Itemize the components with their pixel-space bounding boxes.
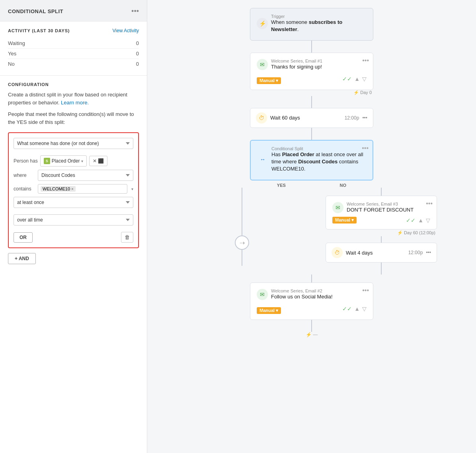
- placed-order-label: Placed Order: [52, 158, 80, 164]
- activity-header: ACTIVITY (LAST 30 DAYS) View Activity: [8, 28, 139, 33]
- yes-connector-line: [242, 188, 242, 235]
- email3-dots[interactable]: •••: [426, 200, 433, 207]
- email2-up-icon[interactable]: ▲: [354, 306, 360, 312]
- flow-container: ⚡ Trigger When someone subscribes to New…: [163, 8, 460, 337]
- trash-icon: 🗑: [125, 234, 130, 240]
- email2-actions: ✓✓ ▲ ▽: [342, 306, 367, 312]
- email1-node: ••• ✉ Welcome Series, Email #1 Thanks fo…: [250, 53, 373, 90]
- canvas: ⚡ Trigger When someone subscribes to New…: [147, 0, 476, 453]
- email3-up-icon[interactable]: ▲: [418, 217, 423, 224]
- filter-icon2: ⬛: [98, 158, 104, 164]
- email1-title: Thanks for signing up!: [271, 63, 322, 71]
- condition-type-row: What someone has done (or not done): [14, 138, 133, 152]
- email1-check-icon[interactable]: ✓✓: [342, 76, 352, 82]
- email2-dots[interactable]: •••: [362, 287, 369, 294]
- filter-icon: ✕: [93, 158, 97, 164]
- frequency-select[interactable]: at least once: [14, 197, 133, 208]
- email2-footer: Manual ▾ ✓✓ ▲ ▽: [257, 304, 367, 314]
- learn-more-link[interactable]: Learn more.: [61, 100, 89, 106]
- connector-1: [311, 41, 312, 53]
- email3-badge[interactable]: Manual ▾: [332, 217, 357, 224]
- contains-chevron[interactable]: ▾: [131, 187, 133, 191]
- email2-icon: ✉: [257, 289, 268, 300]
- email2-check-icon[interactable]: ✓✓: [342, 306, 352, 312]
- yes-below-connector: [242, 250, 242, 266]
- wait2-title: Wait 4 days: [346, 250, 373, 256]
- wait1-title: Wait 60 days: [270, 115, 300, 121]
- email1-filter-icon[interactable]: ▽: [362, 76, 367, 82]
- activity-row-no: No 0: [8, 59, 139, 69]
- timeframe-select[interactable]: over all time: [14, 214, 133, 226]
- filter-button[interactable]: ✕ ⬛: [89, 156, 107, 166]
- trigger-text-pre: When someone: [271, 19, 309, 25]
- split-dots[interactable]: •••: [362, 145, 369, 152]
- no-bottom-connector: [381, 263, 382, 275]
- where-select[interactable]: Discount Codes: [38, 170, 133, 181]
- condition-actions: OR 🗑: [14, 232, 133, 243]
- email2-node: ••• ✉ Welcome Series, Email #2 Follow us…: [250, 282, 373, 320]
- email1-label: Welcome Series, Email #1: [271, 59, 322, 63]
- connector-tail: [311, 320, 312, 332]
- wait1-dots[interactable]: •••: [362, 115, 367, 121]
- email3-icon: ✉: [332, 202, 343, 213]
- split-header: ↔ Conditional Split Has Placed Order at …: [257, 146, 366, 173]
- condition-block: What someone has done (or not done) Pers…: [8, 132, 139, 248]
- connector-2: [311, 96, 312, 108]
- activity-row-yes: Yes 0: [8, 49, 139, 59]
- wait1-node: ⏱ Wait 60 days 12:00p •••: [250, 108, 373, 128]
- wait2-time: 12:00p: [408, 250, 423, 255]
- wait2-node: ⏱ Wait 4 days 12:00p •••: [326, 243, 437, 263]
- trigger-header: ⚡ Trigger When someone subscribes to New…: [257, 14, 367, 33]
- end-indicator: ⚡ —: [306, 332, 318, 337]
- email1-dots[interactable]: •••: [362, 57, 369, 64]
- no-count: 0: [136, 61, 139, 67]
- tag-remove-icon[interactable]: ×: [71, 187, 74, 191]
- merge-node: ⇢: [235, 235, 249, 250]
- email3-footer: Manual ▾ ✓✓ ▲ ▽: [332, 217, 430, 224]
- condition-type-select[interactable]: What someone has done (or not done): [14, 138, 133, 149]
- config-note: People that meet the following condition…: [8, 110, 139, 126]
- split-text1: Has: [271, 151, 282, 157]
- yes-no-row: YES NO: [250, 183, 373, 188]
- no-branch: ••• ✉ Welcome Series, Email #3 DON'T FOR…: [312, 188, 451, 275]
- person-has-label: Person has: [14, 158, 38, 164]
- wait2-left: ⏱ Wait 4 days: [332, 247, 373, 258]
- shopify-placed-order[interactable]: S Placed Order ▾: [40, 155, 87, 167]
- where-row: where Discount Codes: [14, 170, 133, 181]
- and-button[interactable]: + AND: [8, 253, 36, 264]
- no-mid-connector: [381, 236, 382, 243]
- email2-label: Welcome Series, Email #2: [271, 288, 333, 293]
- email2-filter-icon[interactable]: ▽: [362, 306, 367, 312]
- yes-branch: ⇢: [172, 188, 312, 275]
- config-section: CONFIGURATION Create a distinct split in…: [0, 76, 147, 271]
- yes-label: Yes: [8, 51, 16, 57]
- branches: ⇢ ••• ✉ Welcome Series, Email #3 DON'T F…: [172, 188, 451, 275]
- tag-input[interactable]: WELCOME10 ×: [38, 184, 127, 194]
- config-desc: Create a distinct split in your flow bas…: [8, 91, 139, 106]
- email1-up-icon[interactable]: ▲: [354, 76, 360, 82]
- email3-label: Welcome Series, Email #3: [347, 202, 414, 206]
- view-activity-link[interactable]: View Activity: [113, 28, 139, 33]
- person-has-row: Person has S Placed Order ▾ ✕ ⬛: [14, 155, 133, 167]
- email3-check-icon[interactable]: ✓✓: [406, 217, 416, 224]
- wait2-icon: ⏱: [332, 247, 343, 258]
- split-bold2: Discount Codes: [298, 159, 337, 165]
- delete-button[interactable]: 🗑: [121, 232, 133, 243]
- wait1-left: ⏱ Wait 60 days: [256, 112, 300, 124]
- split-label: Conditional Split: [271, 146, 366, 151]
- panel-menu-icon[interactable]: •••: [131, 7, 139, 16]
- split-icon: ↔: [257, 154, 268, 165]
- tag-value: WELCOME10: [43, 186, 70, 191]
- contains-row: contains WELCOME10 × ▾: [14, 184, 133, 194]
- panel-title: CONDITIONAL SPLIT: [8, 8, 63, 14]
- no-connector-top: [381, 188, 382, 196]
- email1-badge[interactable]: Manual ▾: [257, 77, 281, 84]
- email3-filter-icon[interactable]: ▽: [426, 217, 430, 224]
- or-button[interactable]: OR: [14, 232, 33, 243]
- yes-count: 0: [136, 51, 139, 57]
- split-bold1: Placed Order: [282, 151, 314, 157]
- activity-title: ACTIVITY (LAST 30 DAYS): [8, 28, 70, 33]
- email2-badge[interactable]: Manual ▾: [257, 307, 281, 314]
- trigger-label: Trigger: [271, 14, 367, 19]
- wait2-dots[interactable]: •••: [426, 250, 431, 255]
